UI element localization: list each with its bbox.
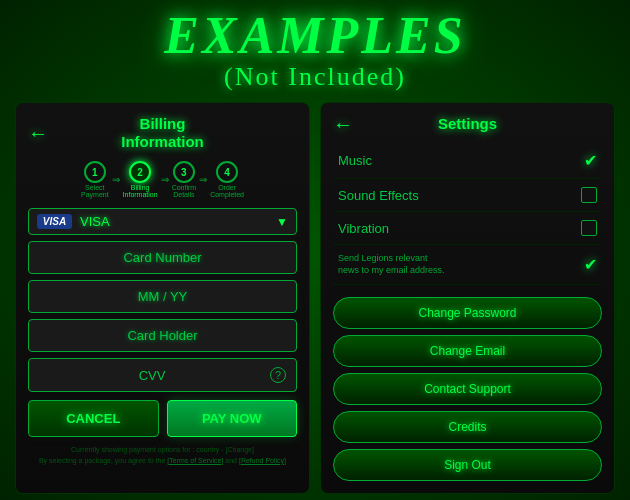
billing-header: ← Billing Information (28, 115, 297, 151)
step-circle-1: 1 (84, 161, 106, 183)
settings-panel: ← Settings Music ✔ Sound Effects Vibrati… (320, 102, 615, 494)
sound-label: Sound Effects (338, 188, 419, 203)
cancel-button[interactable]: CANCEL (28, 400, 159, 437)
visa-icon: VISA (37, 214, 72, 229)
refund-link[interactable]: [Refund Policy] (239, 457, 286, 464)
settings-buttons-container: Change Password Change Email Contact Sup… (333, 297, 602, 481)
pay-now-button[interactable]: PAY NOW (167, 400, 298, 437)
dropdown-arrow-icon: ▼ (276, 215, 288, 229)
cvv-field-container[interactable]: CVV ? (28, 358, 297, 392)
step-circle-3: 3 (173, 161, 195, 183)
billing-panel: ← Billing Information 1 SelectPayment ⇒ … (15, 102, 310, 494)
billing-footer-2: By selecting a package, you agree to the… (28, 456, 297, 467)
billing-title: Billing Information (121, 115, 204, 151)
step-1: 1 SelectPayment (81, 161, 109, 198)
change-email-button[interactable]: Change Email (333, 335, 602, 367)
cvv-label: CVV (39, 368, 265, 383)
settings-item-music: Music ✔ (333, 143, 602, 179)
settings-item-vibration: Vibration (333, 212, 602, 245)
terms-link[interactable]: [Terms of Service] (167, 457, 223, 464)
sub-title: (Not Included) (0, 62, 630, 92)
cvv-info-icon[interactable]: ? (270, 367, 286, 383)
step-circle-4: 4 (216, 161, 238, 183)
contact-support-button[interactable]: Contact Support (333, 373, 602, 405)
step-4: 4 OrderCompleted (210, 161, 244, 198)
step-arrow-1: ⇒ (112, 174, 120, 185)
step-2: 2 BillingInformation (123, 161, 158, 198)
sign-out-button[interactable]: Sign Out (333, 449, 602, 481)
vibration-checkbox[interactable] (581, 220, 597, 236)
payment-method-label: VISA (80, 214, 268, 229)
step-3: 3 ConfirmDetails (172, 161, 197, 198)
credits-button[interactable]: Credits (333, 411, 602, 443)
settings-item-sound: Sound Effects (333, 179, 602, 212)
music-label: Music (338, 153, 372, 168)
step-indicator: 1 SelectPayment ⇒ 2 BillingInformation ⇒… (28, 161, 297, 198)
vibration-label: Vibration (338, 221, 389, 236)
billing-footer-1: Currently showing payment options for : … (28, 445, 297, 456)
step-arrow-2: ⇒ (161, 174, 169, 185)
settings-back-arrow[interactable]: ← (333, 113, 353, 136)
payment-method-selector[interactable]: VISA VISA ▼ (28, 208, 297, 235)
mm-yy-field[interactable]: MM / YY (28, 280, 297, 313)
email-news-checkbox[interactable]: ✔ (584, 255, 597, 274)
change-password-button[interactable]: Change Password (333, 297, 602, 329)
settings-header: ← Settings (333, 115, 602, 133)
billing-back-arrow[interactable]: ← (28, 122, 48, 145)
music-checkbox[interactable]: ✔ (584, 151, 597, 170)
step-arrow-3: ⇒ (199, 174, 207, 185)
settings-title: Settings (438, 115, 497, 133)
sound-checkbox[interactable] (581, 187, 597, 203)
main-title: Examples (0, 10, 630, 62)
step-circle-2: 2 (129, 161, 151, 183)
panels-container: ← Billing Information 1 SelectPayment ⇒ … (0, 102, 630, 494)
card-number-field[interactable]: Card Number (28, 241, 297, 274)
title-area: Examples (Not Included) (0, 0, 630, 97)
card-holder-field[interactable]: Card Holder (28, 319, 297, 352)
email-news-label: Send Legions relevantnews to my email ad… (338, 253, 445, 276)
billing-button-row: CANCEL PAY NOW (28, 400, 297, 437)
settings-item-email-news: Send Legions relevantnews to my email ad… (333, 245, 602, 285)
